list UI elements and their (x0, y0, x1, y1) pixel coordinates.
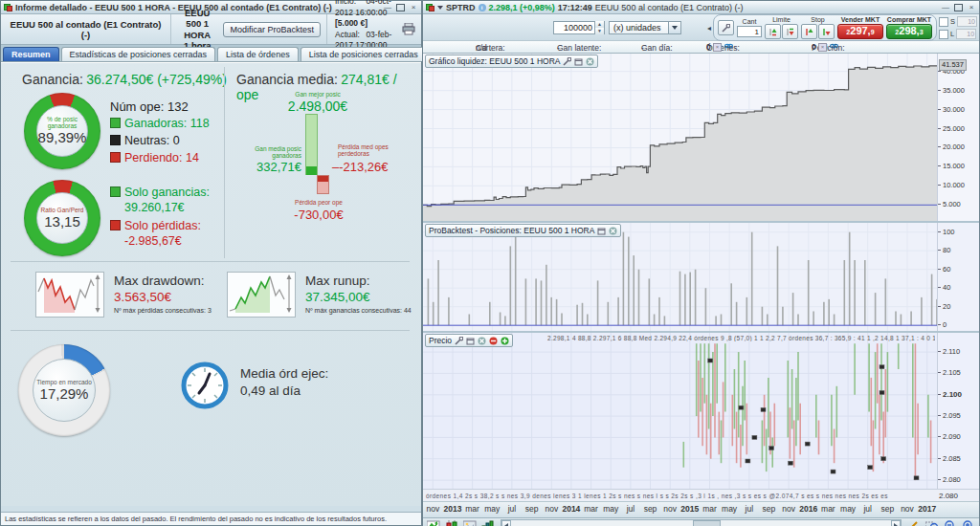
media-ord-label: Media órd ejec: (240, 366, 328, 381)
donut-ratio-value: 13,15 (44, 214, 80, 230)
close-icon[interactable]: × (967, 3, 976, 11)
axis-tick-label: 35.000 (943, 86, 965, 95)
popout-icon[interactable] (574, 57, 583, 66)
wrench-icon[interactable] (455, 337, 463, 345)
scroll-left-button[interactable] (501, 520, 511, 526)
cancel-orders-icon[interactable]: × (713, 43, 722, 52)
donut-pct-value: 89,39% (38, 130, 87, 146)
modify-probacktest-button[interactable]: Modificar ProBacktest (223, 22, 321, 37)
close-icon[interactable]: × (409, 3, 418, 11)
limit-checkbox[interactable] (939, 30, 948, 39)
tab-estadisticas[interactable]: Estadísticas de posiciones cerradas (61, 47, 216, 61)
axis-tick-label: 20.000 (943, 142, 965, 151)
close-position-icon[interactable]: × (818, 43, 827, 52)
chevron-down-icon[interactable] (437, 6, 443, 10)
ordenes-status: Órdenes: 0 × / 0 (706, 42, 733, 52)
draw-tool-icon[interactable] (906, 519, 922, 526)
tab-lista-ordenes[interactable]: Lista de órdenes (217, 47, 299, 61)
avg-loss-bar (318, 176, 328, 182)
black-square-icon (110, 135, 121, 145)
candlestick-style-icon[interactable] (444, 519, 459, 526)
stop-buy-button[interactable] (801, 24, 817, 39)
chart-scrollbar[interactable] (501, 519, 902, 526)
sell-mkt-button[interactable]: 2297,9 (837, 24, 883, 39)
limit-column: Limite (765, 16, 798, 39)
remove-indicator-icon[interactable] (489, 337, 498, 345)
symbol-label: SPTRD (446, 3, 476, 12)
stop-limit-toggles: S10 L10 (939, 16, 978, 39)
quantity-column: Cant 1 (737, 18, 762, 37)
popout-icon[interactable] (466, 337, 475, 345)
buy-mkt-button[interactable]: 2298,3 (886, 24, 932, 39)
tiempo-mercado-donut: Tiempo en mercado 17,29% (18, 344, 110, 436)
maximize-icon[interactable] (396, 4, 405, 11)
ganancia-headline: Ganancia: 36.274,50€ (+725,49%) (22, 72, 227, 87)
chart-titlebar[interactable]: SPTRD i 2.298,1 (+0,98%) 17:12:49 EEUU 5… (423, 1, 979, 14)
maximize-icon[interactable] (954, 4, 963, 11)
posicion-status: Posición: 0 × / 0 (812, 42, 838, 52)
snapshot-icon[interactable] (462, 519, 478, 526)
popout-icon[interactable] (597, 227, 606, 235)
equity-curve-chart[interactable] (423, 54, 937, 221)
account-status-row: Cartera: n/d Gan latente: - Gan día: - Ó… (423, 41, 979, 54)
axis-tick-label: 100 (943, 228, 955, 236)
scroll-right-button[interactable] (891, 520, 901, 526)
zoom-out-icon[interactable] (943, 519, 958, 526)
zoom-selection-icon[interactable] (924, 519, 940, 526)
minimize-icon[interactable]: — (941, 3, 950, 11)
media-perd-label: Pérdida med opes perdedoras (338, 143, 414, 158)
units-select[interactable]: (x) unidades (609, 21, 681, 34)
drawdown-label: Max drawdown: (114, 274, 205, 288)
legend-neutras: Neutras: 0 (110, 135, 180, 147)
price-candles-chart[interactable] (423, 333, 937, 489)
report-header: EEUU 500 al contado (E1 Contrato) (-) EE… (1, 14, 421, 45)
ratio-donut: Ratio Gan/Perd 13,15 (24, 180, 100, 256)
zoom-in-icon[interactable] (961, 519, 976, 526)
close-panel-icon[interactable] (586, 57, 594, 66)
close-panel-icon[interactable] (478, 337, 486, 345)
chevron-right-icon[interactable]: ◂ (707, 24, 711, 33)
axis-tick-label: 30.000 (943, 105, 965, 114)
runup-label: Max runup: (305, 274, 370, 288)
limit-sell-button[interactable] (782, 24, 798, 39)
resumen-content: Ganancia: 36.274,50€ (+725,49%) % de pos… (1, 62, 421, 506)
price-panel-tab[interactable]: Precio (425, 334, 513, 347)
scrollbar-thumb[interactable] (693, 520, 721, 526)
chart-bottom-toolbar (423, 517, 979, 526)
donut-ratio-label: Ratio Gan/Perd (41, 207, 84, 213)
order-settings-button[interactable] (718, 20, 734, 35)
green-square-icon (110, 118, 121, 128)
axis-tick-label: 2.090 (943, 432, 961, 441)
close-panel-icon[interactable] (609, 227, 617, 235)
positions-panel-tab[interactable]: ProBacktest - Posiciones: EEUU 500 1 HOR… (425, 224, 621, 237)
volume-bars-icon[interactable] (480, 519, 496, 526)
stop-checkbox[interactable] (939, 17, 948, 27)
stop-distance-input[interactable]: 10 (957, 16, 977, 27)
equity-panel-tab[interactable]: Gráfico liquidez: EEUU 500 1 HORA (425, 55, 598, 68)
new-indicator-icon[interactable] (426, 519, 441, 526)
axis-tick-label: 5.000 (943, 200, 961, 208)
tab-resumen[interactable]: Resumen (3, 47, 59, 61)
stop-sell-button[interactable] (818, 24, 835, 39)
last-price: 2.298,1 (+0,98%) (489, 3, 555, 12)
axis-tick-label: 2.110 (943, 347, 960, 356)
limit-distance-input[interactable]: 10 (956, 29, 976, 39)
tiempo-value: 17,29% (40, 386, 89, 403)
quantity-input[interactable]: 100000 ▲▼ (553, 21, 605, 34)
positions-bars-chart[interactable] (423, 223, 937, 331)
divider (11, 261, 410, 262)
positions-axis: 100806040200 (937, 223, 979, 331)
wrench-icon[interactable] (563, 57, 571, 66)
trade-qty-input[interactable]: 1 (737, 26, 762, 37)
add-indicator-icon[interactable] (501, 337, 509, 345)
axis-tick-label: 15.000 (943, 162, 965, 170)
axis-tick-label: 20 (943, 302, 950, 311)
tab-lista-posiciones[interactable]: Lista de posiciones cerradas (301, 47, 427, 61)
quantity-stepper[interactable]: ▲▼ (594, 21, 604, 34)
time-axis-label: 2017 (914, 504, 941, 514)
vertical-divider (224, 67, 225, 258)
limit-buy-button[interactable] (765, 24, 781, 39)
info-icon[interactable]: i (479, 4, 486, 11)
price-detail-readout: 2.298,1 4 88,8 2.297,1 6 88,8 Med 2.294,… (547, 335, 935, 341)
printer-icon[interactable] (402, 23, 415, 35)
